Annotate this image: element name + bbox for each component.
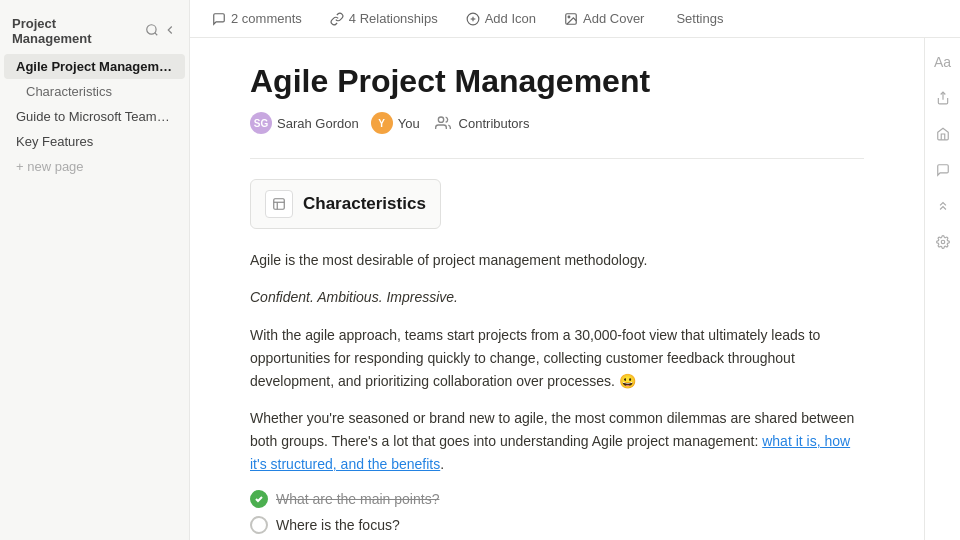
check-done-icon [250,490,268,508]
add-cover-button[interactable]: Add Cover [558,8,650,29]
comments-label: 2 comments [231,11,302,26]
checklist-label-2: Where is the focus? [276,517,400,533]
contributors-button[interactable]: Contributors [432,112,530,134]
sidebar-item-agile-pm[interactable]: Agile Project Management [4,54,185,79]
topbar: 2 comments 4 Relationships Add Icon Add … [190,0,960,38]
authors-row: SG Sarah Gordon Y You Contributors [250,112,864,134]
font-size-icon[interactable]: Aa [931,50,955,74]
paragraph-4-after: . [440,456,444,472]
svg-rect-8 [274,199,285,210]
sidebar-item-key-features[interactable]: Key Features [4,129,185,154]
contributors-label: Contributors [459,116,530,131]
checklist: What are the main points? Where is the f… [250,490,864,534]
comments-button[interactable]: 2 comments [206,8,308,29]
svg-line-1 [155,32,158,35]
author-you-name: You [398,116,420,131]
main-content: 2 comments 4 Relationships Add Icon Add … [190,0,960,540]
share-icon[interactable] [931,86,955,110]
back-icon[interactable] [163,23,177,40]
avatar-sarah: SG [250,112,272,134]
divider [250,158,864,159]
paragraph-3: With the agile approach, teams start pro… [250,324,864,393]
checklist-label-1: What are the main points? [276,491,439,507]
add-icon-button[interactable]: Add Icon [460,8,542,29]
paragraph-4: Whether you're seasoned or brand new to … [250,407,864,476]
author-sarah-name: Sarah Gordon [277,116,359,131]
home-icon[interactable] [931,122,955,146]
svg-point-6 [568,16,570,18]
relationships-label: 4 Relationships [349,11,438,26]
search-icon[interactable] [145,23,159,40]
checklist-item-1[interactable]: What are the main points? [250,490,864,508]
block-icon [265,190,293,218]
svg-point-7 [438,117,443,122]
sidebar-header: Project Management [0,8,189,54]
page-title: Agile Project Management [250,62,864,100]
characteristics-block[interactable]: Characteristics [250,179,441,229]
sidebar: Project Management Agile Project Managem… [0,0,190,540]
checklist-item-2[interactable]: Where is the focus? [250,516,864,534]
check-empty-icon [250,516,268,534]
relationships-button[interactable]: 4 Relationships [324,8,444,29]
page-content: Agile Project Management SG Sarah Gordon… [190,38,924,540]
paragraph-1: Agile is the most desirable of project m… [250,249,864,272]
svg-point-12 [941,240,945,244]
author-you[interactable]: Y You [371,112,420,134]
add-icon-label: Add Icon [485,11,536,26]
characteristics-title: Characteristics [303,194,426,214]
sidebar-item-characteristics[interactable]: Characteristics [4,79,185,104]
sidebar-title: Project Management [12,16,139,46]
svg-point-0 [147,24,156,33]
new-page-button[interactable]: + new page [4,154,185,179]
sidebar-header-icons [145,23,177,40]
author-sarah[interactable]: SG Sarah Gordon [250,112,359,134]
content-area: Agile Project Management SG Sarah Gordon… [190,38,960,540]
right-sidebar: Aa [924,38,960,540]
contributors-icon [432,112,454,134]
paragraph-2: Confident. Ambitious. Impressive. [250,286,864,309]
comment-icon[interactable] [931,158,955,182]
avatar-you: Y [371,112,393,134]
sidebar-item-guide-ms-teams[interactable]: Guide to Microsoft Teams Project... [4,104,185,129]
up-icon[interactable] [931,194,955,218]
settings-icon[interactable] [931,230,955,254]
add-cover-label: Add Cover [583,11,644,26]
settings-button[interactable]: Settings [670,8,729,29]
